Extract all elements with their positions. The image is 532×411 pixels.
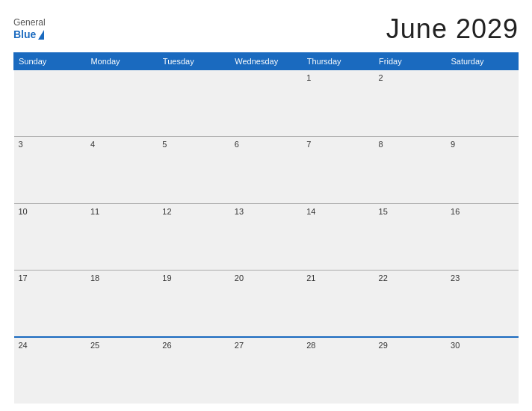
calendar-cell: 4 (86, 137, 158, 203)
calendar-cell: 11 (86, 203, 158, 270)
day-num: 29 (379, 341, 388, 350)
calendar-cell: 5 (158, 137, 229, 203)
day-num: 8 (379, 140, 383, 149)
header-tuesday: Tuesday (158, 53, 229, 70)
day-num: 27 (235, 341, 244, 350)
day-num: 4 (90, 140, 95, 149)
day-num: 18 (90, 274, 99, 282)
calendar-cell: 14 (302, 203, 374, 270)
day-num: 6 (235, 140, 239, 149)
day-header-row: Sunday Monday Tuesday Wednesday Thursday… (14, 53, 519, 70)
calendar-cell: 24 (14, 337, 86, 404)
day-num: 3 (19, 140, 23, 149)
calendar-cell: 22 (374, 270, 446, 336)
calendar-cell: 23 (446, 270, 518, 336)
day-num: 25 (90, 341, 99, 350)
logo-triangle (38, 30, 44, 40)
calendar-cell: 19 (158, 270, 229, 336)
calendar-cell: 16 (446, 203, 518, 270)
day-num: 30 (451, 341, 460, 350)
calendar-cell: 6 (230, 137, 302, 203)
header-sunday: Sunday (14, 53, 86, 70)
day-num: 17 (19, 274, 28, 282)
day-num: 11 (90, 207, 99, 216)
calendar-body: 1234567891011121314151617181920212223242… (14, 70, 519, 404)
calendar-row: 24252627282930 (14, 337, 519, 404)
calendar-cell (158, 70, 229, 137)
logo-blue: Blue (13, 28, 36, 41)
day-num: 9 (451, 140, 455, 149)
calendar-cell: 18 (86, 270, 158, 336)
calendar-row: 3456789 (14, 137, 519, 203)
calendar-cell: 21 (302, 270, 374, 336)
day-num: 2 (379, 73, 383, 82)
calendar-cell: 3 (14, 137, 86, 203)
day-num: 15 (379, 207, 388, 216)
day-num: 10 (19, 207, 28, 216)
day-num: 12 (162, 207, 171, 216)
day-num: 28 (306, 341, 315, 350)
calendar-cell: 28 (302, 337, 374, 404)
day-num: 14 (306, 207, 315, 216)
calendar-cell: 8 (374, 137, 446, 203)
day-num: 13 (235, 207, 244, 216)
calendar-cell (230, 70, 302, 137)
day-num: 19 (162, 274, 171, 282)
header-friday: Friday (374, 53, 446, 70)
day-num: 23 (451, 274, 460, 282)
calendar-table: Sunday Monday Tuesday Wednesday Thursday… (13, 52, 519, 404)
calendar-row: 10111213141516 (14, 203, 519, 270)
day-num: 5 (162, 140, 167, 149)
calendar-cell: 15 (374, 203, 446, 270)
calendar-cell: 10 (14, 203, 86, 270)
calendar-title: June 2029 (386, 13, 519, 45)
header-wednesday: Wednesday (230, 53, 302, 70)
calendar-cell: 20 (230, 270, 302, 336)
calendar-row: 17181920212223 (14, 270, 519, 336)
calendar-cell: 1 (302, 70, 374, 137)
calendar-cell (446, 70, 518, 137)
header-monday: Monday (86, 53, 158, 70)
day-num: 26 (162, 341, 171, 350)
header: General Blue June 2029 (13, 13, 519, 45)
day-num: 1 (306, 73, 311, 82)
day-num: 20 (235, 274, 244, 282)
calendar-cell: 29 (374, 337, 446, 404)
calendar-cell: 2 (374, 70, 446, 137)
calendar-cell: 12 (158, 203, 229, 270)
day-num: 22 (379, 274, 388, 282)
logo: General Blue (13, 17, 46, 40)
day-num: 16 (451, 207, 460, 216)
calendar-cell (14, 70, 86, 137)
calendar-cell: 13 (230, 203, 302, 270)
header-thursday: Thursday (302, 53, 374, 70)
calendar-cell: 26 (158, 337, 229, 404)
calendar-page: General Blue June 2029 Sunday Monday Tue… (0, 0, 532, 411)
calendar-cell: 25 (86, 337, 158, 404)
calendar-cell: 17 (14, 270, 86, 336)
calendar-cell: 27 (230, 337, 302, 404)
day-num: 7 (306, 140, 311, 149)
calendar-row: 12 (14, 70, 519, 137)
calendar-cell: 7 (302, 137, 374, 203)
header-saturday: Saturday (446, 53, 518, 70)
logo-general: General (13, 17, 46, 28)
calendar-cell (86, 70, 158, 137)
calendar-cell: 30 (446, 337, 518, 404)
day-num: 24 (19, 341, 28, 350)
calendar-cell: 9 (446, 137, 518, 203)
day-num: 21 (306, 274, 315, 282)
